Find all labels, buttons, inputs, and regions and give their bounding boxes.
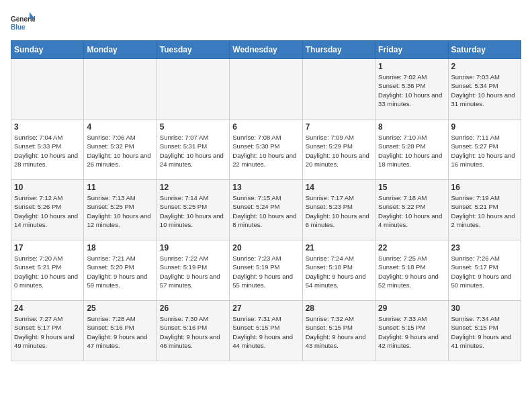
day-number: 21 xyxy=(306,243,372,253)
day-number: 16 xyxy=(451,183,518,192)
calendar-day-cell: 9Sunrise: 7:11 AM Sunset: 5:27 PM Daylig… xyxy=(448,120,521,180)
day-info: Sunrise: 7:19 AM Sunset: 5:21 PM Dayligh… xyxy=(451,193,518,229)
day-info: Sunrise: 7:23 AM Sunset: 5:19 PM Dayligh… xyxy=(232,254,299,289)
weekday-header: Tuesday xyxy=(157,41,229,59)
day-info: Sunrise: 7:17 AM Sunset: 5:23 PM Dayligh… xyxy=(306,193,372,229)
day-info: Sunrise: 7:02 AM Sunset: 5:36 PM Dayligh… xyxy=(378,73,445,108)
calendar-day-cell: 10Sunrise: 7:12 AM Sunset: 5:26 PM Dayli… xyxy=(11,180,84,240)
day-info: Sunrise: 7:18 AM Sunset: 5:22 PM Dayligh… xyxy=(378,193,445,229)
calendar-day-cell xyxy=(157,59,229,120)
calendar-day-cell: 6Sunrise: 7:08 AM Sunset: 5:30 PM Daylig… xyxy=(230,120,302,180)
calendar-day-cell: 16Sunrise: 7:19 AM Sunset: 5:21 PM Dayli… xyxy=(448,180,521,240)
day-info: Sunrise: 7:22 AM Sunset: 5:19 PM Dayligh… xyxy=(160,254,226,289)
calendar-day-cell: 26Sunrise: 7:30 AM Sunset: 5:16 PM Dayli… xyxy=(157,301,229,361)
day-info: Sunrise: 7:15 AM Sunset: 5:24 PM Dayligh… xyxy=(232,193,299,229)
calendar-day-cell: 5Sunrise: 7:07 AM Sunset: 5:31 PM Daylig… xyxy=(157,120,229,180)
day-number: 22 xyxy=(378,243,445,253)
day-info: Sunrise: 7:34 AM Sunset: 5:15 PM Dayligh… xyxy=(451,314,518,350)
day-info: Sunrise: 7:09 AM Sunset: 5:29 PM Dayligh… xyxy=(306,133,372,169)
calendar-day-cell: 14Sunrise: 7:17 AM Sunset: 5:23 PM Dayli… xyxy=(302,180,375,240)
day-info: Sunrise: 7:06 AM Sunset: 5:32 PM Dayligh… xyxy=(87,133,153,169)
calendar-day-cell: 3Sunrise: 7:04 AM Sunset: 5:33 PM Daylig… xyxy=(11,120,84,180)
calendar-week-row: 3Sunrise: 7:04 AM Sunset: 5:33 PM Daylig… xyxy=(11,120,521,180)
day-number: 14 xyxy=(306,183,372,192)
calendar-day-cell: 1Sunrise: 7:02 AM Sunset: 5:36 PM Daylig… xyxy=(375,59,448,120)
weekday-header-row: SundayMondayTuesdayWednesdayThursdayFrid… xyxy=(11,41,521,59)
day-number: 19 xyxy=(160,243,226,253)
day-info: Sunrise: 7:26 AM Sunset: 5:17 PM Dayligh… xyxy=(451,254,518,289)
calendar-day-cell: 29Sunrise: 7:33 AM Sunset: 5:15 PM Dayli… xyxy=(375,301,448,361)
day-number: 6 xyxy=(232,122,299,132)
day-number: 18 xyxy=(87,243,153,253)
day-number: 11 xyxy=(87,183,153,192)
day-info: Sunrise: 7:03 AM Sunset: 5:34 PM Dayligh… xyxy=(451,73,518,108)
day-number: 7 xyxy=(306,122,372,132)
weekday-header: Sunday xyxy=(11,41,84,59)
day-info: Sunrise: 7:24 AM Sunset: 5:18 PM Dayligh… xyxy=(306,254,372,289)
day-number: 30 xyxy=(451,304,518,313)
calendar-day-cell: 2Sunrise: 7:03 AM Sunset: 5:34 PM Daylig… xyxy=(448,59,521,120)
weekday-header: Wednesday xyxy=(230,41,302,59)
day-number: 13 xyxy=(232,183,299,192)
day-info: Sunrise: 7:31 AM Sunset: 5:15 PM Dayligh… xyxy=(232,314,299,350)
day-number: 15 xyxy=(378,183,445,192)
calendar-day-cell: 17Sunrise: 7:20 AM Sunset: 5:21 PM Dayli… xyxy=(11,240,84,301)
calendar-day-cell: 22Sunrise: 7:25 AM Sunset: 5:18 PM Dayli… xyxy=(375,240,448,301)
calendar-day-cell: 11Sunrise: 7:13 AM Sunset: 5:25 PM Dayli… xyxy=(84,180,157,240)
svg-text:Blue: Blue xyxy=(11,24,26,31)
calendar-day-cell: 21Sunrise: 7:24 AM Sunset: 5:18 PM Dayli… xyxy=(302,240,375,301)
calendar-day-cell: 12Sunrise: 7:14 AM Sunset: 5:25 PM Dayli… xyxy=(157,180,229,240)
day-number: 4 xyxy=(87,122,153,132)
day-info: Sunrise: 7:14 AM Sunset: 5:25 PM Dayligh… xyxy=(160,193,226,229)
calendar-day-cell xyxy=(11,59,84,120)
day-info: Sunrise: 7:28 AM Sunset: 5:16 PM Dayligh… xyxy=(87,314,153,350)
calendar-week-row: 24Sunrise: 7:27 AM Sunset: 5:17 PM Dayli… xyxy=(11,301,521,361)
calendar-day-cell: 23Sunrise: 7:26 AM Sunset: 5:17 PM Dayli… xyxy=(448,240,521,301)
day-number: 28 xyxy=(306,304,372,313)
day-number: 8 xyxy=(378,122,445,132)
day-info: Sunrise: 7:08 AM Sunset: 5:30 PM Dayligh… xyxy=(232,133,299,169)
calendar-day-cell: 13Sunrise: 7:15 AM Sunset: 5:24 PM Dayli… xyxy=(230,180,302,240)
day-number: 26 xyxy=(160,304,226,313)
weekday-header: Saturday xyxy=(448,41,521,59)
calendar-day-cell: 24Sunrise: 7:27 AM Sunset: 5:17 PM Dayli… xyxy=(11,301,84,361)
day-number: 9 xyxy=(451,122,518,132)
day-info: Sunrise: 7:33 AM Sunset: 5:15 PM Dayligh… xyxy=(378,314,445,350)
day-number: 5 xyxy=(160,122,226,132)
calendar-day-cell: 7Sunrise: 7:09 AM Sunset: 5:29 PM Daylig… xyxy=(302,120,375,180)
calendar-day-cell xyxy=(84,59,157,120)
day-number: 10 xyxy=(14,183,81,192)
calendar-week-row: 10Sunrise: 7:12 AM Sunset: 5:26 PM Dayli… xyxy=(11,180,521,240)
calendar-day-cell: 18Sunrise: 7:21 AM Sunset: 5:20 PM Dayli… xyxy=(84,240,157,301)
day-info: Sunrise: 7:32 AM Sunset: 5:15 PM Dayligh… xyxy=(306,314,372,350)
calendar-day-cell: 20Sunrise: 7:23 AM Sunset: 5:19 PM Dayli… xyxy=(230,240,302,301)
calendar-day-cell xyxy=(230,59,302,120)
day-number: 27 xyxy=(232,304,299,313)
calendar-day-cell: 19Sunrise: 7:22 AM Sunset: 5:19 PM Dayli… xyxy=(157,240,229,301)
weekday-header: Friday xyxy=(375,41,448,59)
calendar-week-row: 1Sunrise: 7:02 AM Sunset: 5:36 PM Daylig… xyxy=(11,59,521,120)
calendar-week-row: 17Sunrise: 7:20 AM Sunset: 5:21 PM Dayli… xyxy=(11,240,521,301)
day-info: Sunrise: 7:20 AM Sunset: 5:21 PM Dayligh… xyxy=(14,254,81,289)
day-info: Sunrise: 7:12 AM Sunset: 5:26 PM Dayligh… xyxy=(14,193,81,229)
day-number: 23 xyxy=(451,243,518,253)
calendar-table: SundayMondayTuesdayWednesdayThursdayFrid… xyxy=(11,40,521,361)
day-number: 2 xyxy=(451,62,518,71)
calendar-day-cell xyxy=(302,59,375,120)
day-number: 12 xyxy=(160,183,226,192)
day-info: Sunrise: 7:25 AM Sunset: 5:18 PM Dayligh… xyxy=(378,254,445,289)
day-info: Sunrise: 7:11 AM Sunset: 5:27 PM Dayligh… xyxy=(451,133,518,169)
day-number: 29 xyxy=(378,304,445,313)
day-info: Sunrise: 7:27 AM Sunset: 5:17 PM Dayligh… xyxy=(14,314,81,350)
day-info: Sunrise: 7:07 AM Sunset: 5:31 PM Dayligh… xyxy=(160,133,226,169)
calendar-day-cell: 8Sunrise: 7:10 AM Sunset: 5:28 PM Daylig… xyxy=(375,120,448,180)
day-info: Sunrise: 7:13 AM Sunset: 5:25 PM Dayligh… xyxy=(87,193,153,229)
calendar-day-cell: 4Sunrise: 7:06 AM Sunset: 5:32 PM Daylig… xyxy=(84,120,157,180)
calendar-day-cell: 15Sunrise: 7:18 AM Sunset: 5:22 PM Dayli… xyxy=(375,180,448,240)
day-info: Sunrise: 7:10 AM Sunset: 5:28 PM Dayligh… xyxy=(378,133,445,169)
weekday-header: Thursday xyxy=(302,41,375,59)
day-number: 24 xyxy=(14,304,81,313)
logo: GeneralBlue xyxy=(11,11,35,35)
day-info: Sunrise: 7:04 AM Sunset: 5:33 PM Dayligh… xyxy=(14,133,81,169)
calendar-day-cell: 28Sunrise: 7:32 AM Sunset: 5:15 PM Dayli… xyxy=(302,301,375,361)
